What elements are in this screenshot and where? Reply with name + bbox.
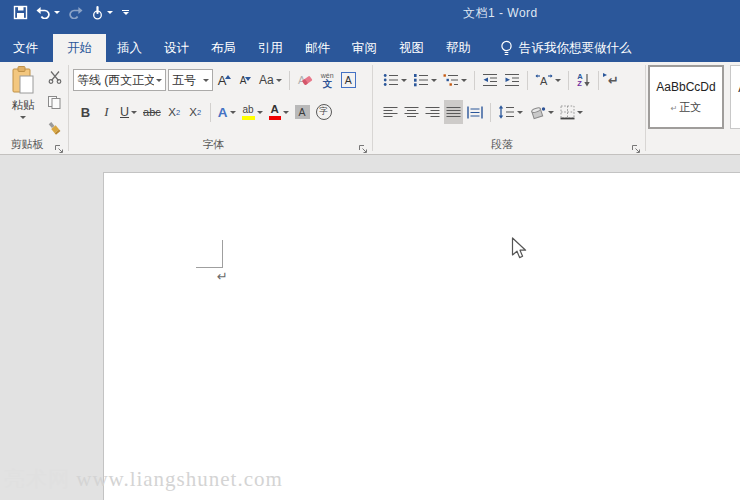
- highlight-color-button[interactable]: ab: [240, 100, 265, 124]
- decrease-indent-button[interactable]: [480, 68, 500, 92]
- superscript-button[interactable]: X2: [186, 100, 205, 124]
- undo-button[interactable]: [36, 6, 60, 19]
- paste-dropdown-caret: [20, 116, 26, 119]
- font-size-caret: [203, 79, 209, 82]
- quick-access-toolbar: [13, 0, 129, 24]
- watermark-site: 亮术网: [4, 467, 70, 491]
- character-shading-button[interactable]: A: [293, 100, 312, 124]
- clipboard-dialog-launcher[interactable]: [54, 140, 64, 150]
- redo-button-disabled: [68, 6, 83, 19]
- tab-design[interactable]: 设计: [153, 34, 200, 62]
- phonetic-guide-button[interactable]: wén 文: [318, 68, 337, 92]
- change-case-icon: Aa: [259, 73, 274, 87]
- change-case-caret: [276, 79, 282, 82]
- multilevel-list-button[interactable]: [441, 68, 469, 92]
- sort-button[interactable]: A Z: [574, 68, 593, 92]
- align-right-button[interactable]: [423, 100, 442, 124]
- distribute-icon: [467, 106, 483, 119]
- clear-formatting-button[interactable]: A: [295, 68, 316, 92]
- save-icon: [13, 5, 28, 20]
- undo-icon: [36, 6, 51, 19]
- clipboard-group: 粘贴 剪贴板: [0, 62, 68, 154]
- underline-button[interactable]: U: [118, 100, 139, 124]
- font-name-caret: [156, 79, 162, 82]
- numbering-button[interactable]: [411, 68, 439, 92]
- tab-help[interactable]: 帮助: [435, 34, 482, 62]
- tab-references[interactable]: 引用: [247, 34, 294, 62]
- tab-review[interactable]: 审阅: [341, 34, 388, 62]
- strikethrough-button[interactable]: abc: [141, 100, 163, 124]
- font-name-combo[interactable]: 等线 (西文正文: [73, 69, 166, 91]
- enclose-characters-button[interactable]: 字: [314, 100, 334, 124]
- touch-mode-icon: [91, 5, 104, 20]
- tab-mailings[interactable]: 邮件: [294, 34, 341, 62]
- font-color-button[interactable]: A: [267, 100, 291, 124]
- asian-layout-button[interactable]: A: [533, 68, 563, 92]
- tell-me-box[interactable]: 告诉我你想要做什么: [500, 34, 632, 62]
- watermark: 亮术网 www.liangshunet.com: [4, 465, 283, 493]
- paragraph-group: A A Z ↵: [373, 62, 645, 154]
- shading-button[interactable]: [527, 100, 556, 124]
- subscript-base: X: [168, 106, 176, 118]
- ribbon: 粘贴 剪贴板: [0, 62, 740, 155]
- show-hide-marks-button[interactable]: ↵: [604, 68, 623, 92]
- line-spacing-caret: [517, 111, 523, 114]
- paste-label: 粘贴: [12, 98, 35, 113]
- paint-bucket-icon: [529, 105, 546, 120]
- underline-icon: U: [120, 105, 129, 119]
- character-shading-icon: A: [295, 105, 310, 119]
- align-center-button[interactable]: [402, 100, 421, 124]
- bold-button[interactable]: B: [76, 100, 95, 124]
- font-size-combo[interactable]: 五号: [168, 69, 213, 91]
- character-border-button[interactable]: A: [339, 68, 358, 92]
- numbering-caret: [431, 79, 437, 82]
- tab-insert[interactable]: 插入: [106, 34, 153, 62]
- paragraph-dialog-launcher[interactable]: [631, 140, 641, 150]
- line-spacing-button[interactable]: [496, 100, 525, 124]
- touch-mouse-mode-button[interactable]: [91, 5, 113, 20]
- format-painter-icon: [47, 121, 62, 136]
- format-painter-button[interactable]: [44, 118, 65, 139]
- customize-qat-button[interactable]: [121, 10, 129, 15]
- bullets-button[interactable]: [381, 68, 409, 92]
- styles-group: AaBbCcDd ↵正文 AaBbCcDd ↵: [646, 62, 740, 154]
- paste-clipboard-icon: [10, 65, 36, 95]
- justify-button[interactable]: [444, 100, 463, 124]
- tab-file[interactable]: 文件: [0, 34, 51, 62]
- font-dialog-launcher[interactable]: [358, 140, 368, 150]
- subscript-button[interactable]: X2: [165, 100, 184, 124]
- tab-view[interactable]: 视图: [388, 34, 435, 62]
- justify-icon: [446, 106, 461, 119]
- grow-font-button[interactable]: A: [215, 68, 234, 92]
- style-card-partial[interactable]: AaBbCcDd ↵: [730, 65, 740, 129]
- highlight-caret: [257, 111, 263, 114]
- shrink-font-button[interactable]: A: [236, 68, 255, 92]
- mini-separator: [289, 71, 290, 90]
- tab-home[interactable]: 开始: [53, 34, 106, 62]
- paste-button[interactable]: 粘贴: [3, 65, 43, 139]
- align-left-button[interactable]: [381, 100, 400, 124]
- character-border-icon: A: [341, 72, 356, 88]
- borders-button[interactable]: [558, 100, 585, 124]
- tab-layout[interactable]: 布局: [200, 34, 247, 62]
- multilevel-caret: [461, 79, 467, 82]
- copy-icon: [47, 95, 62, 110]
- distribute-button[interactable]: [465, 100, 485, 124]
- font-name-value: 等线 (西文正文: [77, 72, 154, 89]
- increase-indent-button[interactable]: [502, 68, 522, 92]
- scissors-icon: [48, 70, 62, 84]
- margin-crop-mark-vertical: [222, 240, 223, 268]
- cut-button[interactable]: [44, 66, 65, 87]
- text-effects-caret: [230, 111, 236, 114]
- paragraph-row-2: [381, 99, 645, 125]
- mini-separator: [490, 103, 491, 122]
- font-group-label: 字体: [69, 137, 358, 152]
- style-normal-card[interactable]: AaBbCcDd ↵正文: [648, 65, 724, 129]
- copy-button[interactable]: [44, 92, 65, 113]
- italic-button[interactable]: I: [97, 100, 116, 124]
- change-case-button[interactable]: Aa: [257, 68, 284, 92]
- document-page[interactable]: [103, 172, 740, 500]
- save-button[interactable]: [13, 5, 28, 20]
- text-effects-button[interactable]: A: [216, 100, 238, 124]
- font-size-value: 五号: [172, 72, 201, 89]
